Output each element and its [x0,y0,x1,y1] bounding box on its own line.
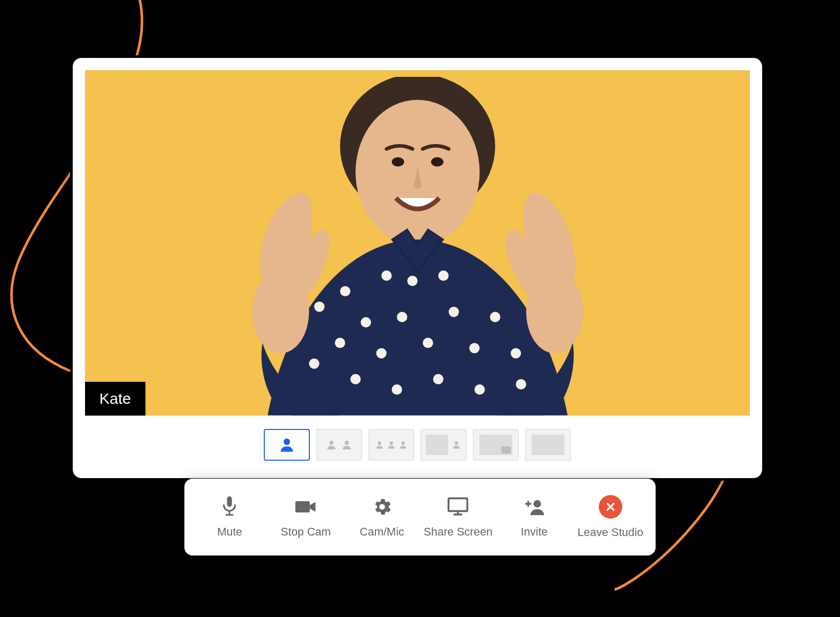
person-icon [386,440,396,450]
camera-icon [295,496,317,518]
layout-option-three[interactable] [368,429,414,461]
layout-option-single[interactable] [264,429,310,461]
studio-window: Kate [70,55,765,481]
layout-option-full[interactable] [525,429,571,461]
svg-point-33 [455,441,458,445]
stop-cam-label: Stop Cam [281,525,331,539]
participant-video [185,77,650,416]
monitor-icon [447,496,469,518]
svg-point-15 [511,348,521,359]
person-icon [451,440,461,450]
mute-button[interactable]: Mute [192,479,268,556]
invite-button[interactable]: Invite [496,479,573,556]
svg-point-6 [340,286,350,297]
svg-point-17 [350,374,361,384]
cam-mic-label: Cam/Mic [360,525,404,539]
svg-point-30 [378,441,382,445]
svg-point-24 [381,271,391,281]
person-icon [374,440,385,450]
stop-cam-button[interactable]: Stop Cam [268,479,344,556]
svg-point-38 [379,504,385,509]
svg-point-19 [433,374,443,384]
svg-rect-37 [296,501,310,512]
svg-point-26 [526,271,583,354]
leave-studio-button[interactable]: Leave Studio [572,479,648,556]
svg-point-32 [402,441,405,445]
svg-point-27 [284,439,290,445]
svg-point-16 [309,359,319,369]
cam-mic-button[interactable]: Cam/Mic [344,479,420,556]
svg-point-14 [490,312,500,322]
person-icon [278,436,296,454]
svg-point-21 [516,379,526,389]
svg-point-5 [314,302,324,312]
gear-icon [371,496,393,518]
leave-label: Leave Studio [577,526,643,539]
svg-point-4 [431,157,443,167]
person-icon [398,440,408,450]
svg-point-8 [334,338,345,348]
layout-option-inset[interactable] [473,429,519,461]
svg-point-13 [469,343,479,354]
layout-selector [85,416,750,466]
invite-label: Invite [521,525,548,539]
control-bar: Mute Stop Cam Cam/Mic Share Scre [184,479,656,556]
svg-point-42 [534,500,541,508]
svg-point-11 [423,338,433,348]
svg-point-7 [361,317,371,327]
video-feed: Kate [85,70,750,416]
svg-point-22 [407,276,417,286]
svg-point-18 [392,384,402,395]
person-icon [341,439,353,451]
svg-point-20 [474,384,485,395]
person-icon [325,439,338,451]
add-user-icon [523,496,545,518]
svg-point-25 [252,271,309,354]
svg-point-28 [329,441,333,445]
participant-name-tag: Kate [85,382,145,416]
svg-point-9 [376,348,386,359]
layout-option-two[interactable] [316,429,362,461]
mute-label: Mute [217,525,242,539]
layout-option-pip[interactable] [421,429,467,461]
svg-point-3 [392,157,404,167]
share-screen-label: Share Screen [424,525,493,539]
close-icon [599,495,622,519]
participant-name: Kate [99,390,131,407]
svg-rect-39 [449,498,468,511]
svg-point-31 [390,441,393,445]
share-screen-button[interactable]: Share Screen [420,479,496,556]
svg-point-29 [345,441,349,445]
svg-point-23 [438,271,448,281]
microphone-icon [218,496,241,518]
svg-point-12 [449,307,459,317]
svg-rect-34 [227,497,232,507]
svg-point-10 [397,312,407,322]
